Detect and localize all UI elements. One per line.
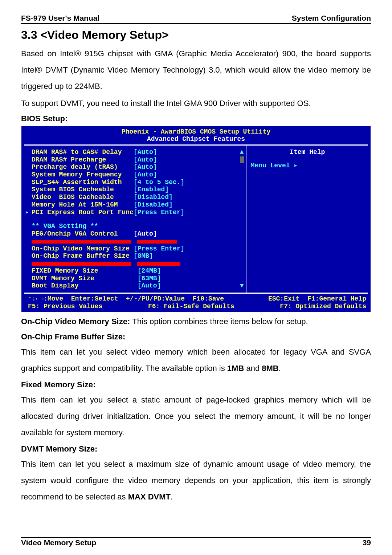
bios-help-title: Item Help: [251, 148, 364, 156]
bios-item-slp-s4[interactable]: SLP_S4# Assertion Width: [32, 179, 122, 186]
bios-red-highlight-1: [32, 238, 245, 245]
bios-footer-nav: ↑↓←→:Move Enter:Select +/-/PU/PD:Value F…: [28, 295, 224, 303]
bios-val: [Disabled]: [134, 193, 173, 201]
bios-val: [Press Enter]: [134, 209, 184, 216]
scroll-up-icon: ▲: [240, 148, 244, 156]
bios-item-mem-hole[interactable]: Memory Hole At 15M-16M: [32, 201, 118, 208]
text-span: This item can let you select video memor…: [21, 347, 371, 373]
desc-ocvms-label: On-Chip Video Memory Size:: [21, 317, 132, 326]
bios-left-panel: ▲ ▼ DRAM RAS# to CAS# Delay [Auto] DRAM …: [24, 146, 247, 293]
text-bold: 8MB: [262, 364, 278, 373]
text-bold: MAX DVMT: [128, 492, 171, 501]
text-span: and: [244, 364, 262, 373]
bios-item-boot-display[interactable]: Boot Display: [32, 282, 79, 289]
bios-title-line1: Phoenix - AwardBIOS CMOS Setup Utility: [24, 128, 368, 136]
bios-val: [Auto]: [134, 171, 157, 178]
desc-dvmt-text: This item can let you select a maximum s…: [21, 456, 371, 505]
intro-paragraph-1: Based on Intel® 915G chipset with GMA (G…: [21, 45, 371, 94]
bios-footer-exit: ESC:Exit F1:General Help: [268, 295, 366, 303]
text-bold: 1MB: [227, 364, 244, 373]
expand-arrow-icon: ▸: [25, 209, 29, 216]
bios-vga-heading: ** VGA Setting **: [32, 223, 245, 230]
bios-item-sys-mem-freq[interactable]: System Memory Frequency: [32, 171, 122, 178]
text-span: This item can let you select a maximum s…: [21, 460, 371, 501]
bios-item-onchip-vms[interactable]: On-Chip Video Memory Size: [32, 245, 130, 252]
desc-fms-label: Fixed Memory Size:: [21, 380, 371, 389]
bios-menu-level: Menu Level ▸: [251, 162, 364, 170]
footer-left: Video Memory Setup: [21, 538, 96, 547]
bios-setup-label: BIOS Setup:: [21, 114, 371, 123]
scroll-track: [240, 156, 244, 163]
desc-ocvms-text: This option combines three items below f…: [132, 317, 308, 326]
bios-item-dvmt-mem[interactable]: DVMT Memory Size: [32, 275, 94, 282]
bios-help-panel: Item Help Menu Level ▸: [247, 146, 368, 293]
desc-ocfb-label: On-Chip Frame Buffer Size:: [21, 332, 371, 342]
bios-val: [Auto]: [134, 148, 157, 156]
text-span: .: [171, 492, 173, 501]
bios-val: [Auto]: [134, 230, 157, 237]
desc-ocfb-text: This item can let you select video memor…: [21, 344, 371, 376]
bios-item-fixed-mem[interactable]: FIXED Memory Size: [32, 267, 98, 274]
bios-footer-failsafe: F6: Fail-Safe Defaults: [148, 303, 234, 310]
bios-val: [Disabled]: [134, 201, 173, 208]
desc-ocvms: On-Chip Video Memory Size: This option c…: [21, 315, 371, 328]
scroll-down-icon: ▼: [240, 282, 244, 290]
bios-footer: ↑↓←→:Move Enter:Select +/-/PU/PD:Value F…: [24, 293, 368, 311]
bios-val: [8MB]: [134, 252, 153, 260]
header-right: System Configuration: [292, 14, 371, 23]
bios-footer-prev: F5: Previous Values: [28, 303, 102, 310]
bios-screen: Phoenix - AwardBIOS CMOS Setup Utility A…: [21, 126, 371, 313]
bios-val: [Auto]: [134, 163, 157, 171]
bios-item-dram-ras-cas[interactable]: DRAM RAS# to CAS# Delay: [32, 148, 122, 156]
desc-dvmt-label: DVMT Memory Size:: [21, 444, 371, 454]
bios-item-peg-onchip[interactable]: PEG/Onchip VGA Control: [32, 230, 118, 237]
bios-val: [24MB]: [138, 267, 161, 274]
section-title: 3.3 <Video Memory Setup>: [21, 28, 371, 42]
footer-page-number: 39: [363, 538, 371, 547]
page-footer: Video Memory Setup 39: [21, 537, 371, 547]
page-header: FS-979 User's Manual System Configuratio…: [21, 14, 371, 24]
bios-val: [63MB]: [138, 275, 161, 282]
bios-item-pci-express[interactable]: PCI Express Root Port Func: [32, 209, 134, 216]
bios-item-dram-ras-precharge[interactable]: DRAM RAS# Precharge: [32, 156, 106, 163]
bios-item-onchip-fbs[interactable]: On-Chip Frame Buffer Size: [32, 252, 130, 260]
bios-val: [4 to 5 Sec.]: [134, 179, 184, 186]
bios-item-sys-bios-cache[interactable]: System BIOS Cacheable: [32, 186, 114, 193]
header-left: FS-979 User's Manual: [21, 14, 99, 23]
bios-val: [Auto]: [134, 156, 157, 163]
desc-fms-text: This item can let you select a static am…: [21, 392, 371, 441]
bios-val: [Enabled]: [134, 186, 169, 193]
bios-red-highlight-2: [32, 260, 245, 267]
text-span: .: [279, 364, 281, 373]
bios-footer-optimized: F7: Optimized Defaults: [280, 303, 366, 310]
intro-paragraph-2: To support DVMT, you need to install the…: [21, 97, 371, 110]
bios-val: [Press Enter]: [134, 245, 184, 252]
bios-val: [Auto]: [138, 282, 161, 289]
bios-item-video-bios-cache[interactable]: Video BIOS Cacheable: [32, 193, 114, 201]
bios-item-precharge-delay[interactable]: Precharge dealy (tRAS): [32, 163, 118, 171]
bios-title-line2: Advanced Chipset Features: [24, 135, 368, 143]
